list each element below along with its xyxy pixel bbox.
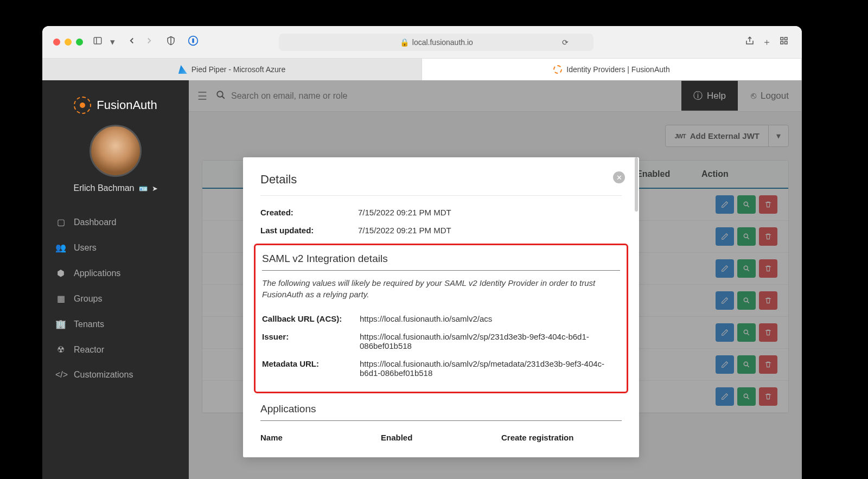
shield-icon[interactable] <box>164 34 178 50</box>
reload-icon[interactable]: ⟳ <box>562 38 569 47</box>
callback-label: Callback URL (ACS): <box>262 314 360 323</box>
new-tab-icon[interactable]: ＋ <box>760 34 774 50</box>
close-modal-button[interactable]: ✕ <box>613 171 625 183</box>
minimize-window-button[interactable] <box>65 39 72 46</box>
avatar[interactable] <box>90 125 142 177</box>
tab-label: Identity Providers | FusionAuth <box>566 65 669 74</box>
reactor-icon: ☢ <box>55 344 66 355</box>
applications-section-title: Applications <box>260 403 622 421</box>
tenants-icon: 🏢 <box>55 319 66 329</box>
lock-icon: 🔒 <box>400 38 409 47</box>
chevron-down-icon[interactable]: ▾ <box>108 34 117 50</box>
modal-title: Details <box>260 173 622 187</box>
browser-tabs: Pied Piper - Microsoft Azure Identity Pr… <box>42 59 802 80</box>
applications-icon: ⬢ <box>55 268 66 278</box>
svg-rect-0 <box>94 37 101 44</box>
customizations-icon: </> <box>55 370 66 380</box>
address-bar[interactable]: 🔒 local.fusionauth.io ⟳ <box>279 34 593 51</box>
saml-hint: The following values will likely be requ… <box>262 277 620 300</box>
username: Erlich Bachman 🪪 ➤ <box>42 183 189 193</box>
logo-text: FusionAuth <box>97 98 157 112</box>
window-controls <box>53 39 83 46</box>
url-text: local.fusionauth.io <box>412 38 473 47</box>
details-modal: ✕ Details Created:7/15/2022 09:21 PM MDT… <box>243 157 639 457</box>
callback-value: https://local.fusionauth.io/samlv2/acs <box>360 314 620 323</box>
updated-value: 7/15/2022 09:21 PM MDT <box>358 226 622 235</box>
svg-rect-6 <box>784 37 787 40</box>
logo-icon <box>74 97 91 114</box>
sidebar-item-label: Customizations <box>74 370 133 380</box>
created-value: 7/15/2022 09:21 PM MDT <box>358 208 622 217</box>
dashboard-icon: ▢ <box>55 217 66 227</box>
scrollbar[interactable] <box>635 157 638 212</box>
titlebar: ▾ 🔒 local.fusionauth.io ⟳ ＋ <box>42 26 802 59</box>
sidebar-item-dashboard[interactable]: ▢Dashboard <box>42 209 189 235</box>
saml-section-title: SAML v2 Integration details <box>262 253 620 271</box>
svg-rect-5 <box>781 37 783 40</box>
created-label: Created: <box>260 208 358 217</box>
tab-fusionauth[interactable]: Identity Providers | FusionAuth <box>422 59 802 80</box>
back-button[interactable] <box>125 34 139 50</box>
azure-icon <box>178 65 187 74</box>
sidebar-item-customizations[interactable]: </>Customizations <box>42 362 189 387</box>
users-icon: 👥 <box>55 242 66 253</box>
sidebar-item-label: Users <box>74 243 97 253</box>
issuer-label: Issuer: <box>262 332 360 350</box>
browser-window: ▾ 🔒 local.fusionauth.io ⟳ ＋ <box>42 26 802 479</box>
forward-button[interactable] <box>142 34 156 50</box>
groups-icon: ▦ <box>55 293 66 304</box>
apps-col-create: Create registration <box>501 433 622 442</box>
sidebar-item-reactor[interactable]: ☢Reactor <box>42 337 189 362</box>
share-icon[interactable] <box>743 34 757 50</box>
tab-overview-icon[interactable] <box>777 34 791 50</box>
id-card-icon[interactable]: 🪪 <box>139 184 148 193</box>
close-window-button[interactable] <box>53 39 60 46</box>
sidebar-item-tenants[interactable]: 🏢Tenants <box>42 311 189 337</box>
sidebar-item-users[interactable]: 👥Users <box>42 235 189 260</box>
updated-label: Last updated: <box>260 226 358 235</box>
onepassword-icon[interactable] <box>186 33 201 51</box>
saml-highlight-box: SAML v2 Integration details The followin… <box>254 244 628 393</box>
sidebar-item-label: Applications <box>74 269 120 278</box>
location-icon[interactable]: ➤ <box>152 184 158 193</box>
apps-col-name: Name <box>260 433 381 442</box>
logo: FusionAuth <box>42 90 189 125</box>
issuer-value: https://local.fusionauth.io/samlv2/sp/23… <box>360 332 620 350</box>
sidebar-item-groups[interactable]: ▦Groups <box>42 286 189 311</box>
app-frame: FusionAuth Erlich Bachman 🪪 ➤ ▢Dashboard… <box>42 80 802 479</box>
svg-rect-8 <box>784 42 787 44</box>
metadata-label: Metadata URL: <box>262 359 360 378</box>
maximize-window-button[interactable] <box>76 39 83 46</box>
svg-rect-7 <box>781 42 783 44</box>
sidebar-item-label: Tenants <box>74 320 104 329</box>
sidebar: FusionAuth Erlich Bachman 🪪 ➤ ▢Dashboard… <box>42 80 189 479</box>
sidebar-item-applications[interactable]: ⬢Applications <box>42 260 189 286</box>
apps-col-enabled: Enabled <box>381 433 501 442</box>
fusionauth-icon <box>553 65 562 74</box>
sidebar-toggle-icon[interactable] <box>91 34 105 50</box>
tab-label: Pied Piper - Microsoft Azure <box>192 65 286 74</box>
metadata-value: https://local.fusionauth.io/samlv2/sp/me… <box>360 359 620 378</box>
sidebar-item-label: Dashboard <box>74 218 116 227</box>
sidebar-item-label: Groups <box>74 294 102 304</box>
tab-azure[interactable]: Pied Piper - Microsoft Azure <box>42 59 422 80</box>
svg-rect-4 <box>192 39 194 43</box>
sidebar-item-label: Reactor <box>74 345 104 355</box>
